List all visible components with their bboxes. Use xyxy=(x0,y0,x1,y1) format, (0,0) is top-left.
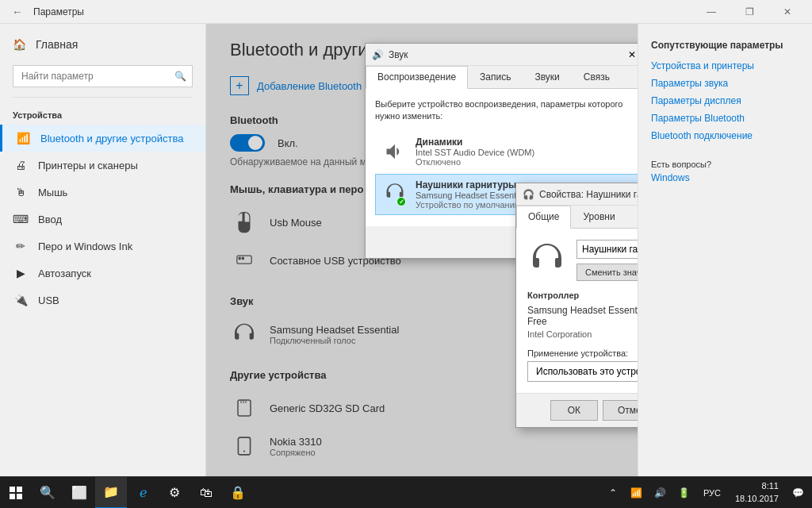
props-dialog-title-bar: 🎧 Свойства: Наушники гарнитуры ✕ xyxy=(516,183,638,206)
tray-battery[interactable]: 🔋 xyxy=(673,477,695,509)
props-top: Сменить значок xyxy=(527,240,638,281)
tab-sounds[interactable]: Звуки xyxy=(523,66,571,88)
sound-dialog-tabs: Воспроизведение Запись Звуки Связь xyxy=(366,66,638,89)
sound-dialog-title-bar: 🔊 Звук ✕ xyxy=(366,44,638,66)
sound-dialog-title: Звук xyxy=(389,49,621,60)
speaker-device-item[interactable]: Динамики Intel SST Audio Device (WDM) От… xyxy=(375,131,638,172)
sidebar-item-pen[interactable]: ✏ Перо и Windows Ink xyxy=(0,233,205,260)
bluetooth-icon: 📶 xyxy=(15,132,31,144)
usage-label: Применение устройства: xyxy=(527,348,638,358)
link-devices-printers[interactable]: Устройства и принтеры xyxy=(651,60,799,71)
controller-item: Samsung Headset Essential Hands-Free Сво… xyxy=(527,305,638,327)
sidebar-item-label-input: Ввод xyxy=(38,214,62,225)
change-icon-button[interactable]: Сменить значок xyxy=(576,264,638,281)
ok-button[interactable]: ОК xyxy=(550,400,598,421)
taskbar: 🔍 ⬜ 📁 ℯ ⚙ 🛍 🔒 ⌃ 📶 🔊 🔋 РУС 8:11 18.10.201… xyxy=(0,476,812,508)
sidebar-item-usb[interactable]: 🔌 USB xyxy=(0,287,205,314)
taskbar-settings[interactable]: ⚙ xyxy=(159,477,190,509)
minimize-button[interactable]: — xyxy=(693,0,730,24)
home-label: Главная xyxy=(36,38,78,51)
taskbar-explorer[interactable]: 📁 xyxy=(95,477,127,509)
sidebar-item-label-printers: Принтеры и сканеры xyxy=(38,160,138,171)
sidebar-item-label-bluetooth: Bluetooth и другие устройства xyxy=(40,133,183,144)
taskbar-clock[interactable]: 8:11 18.10.2017 xyxy=(729,480,785,505)
tray-notification[interactable]: 💬 xyxy=(787,477,809,509)
sidebar-item-label-pen: Перо и Windows Ink xyxy=(38,241,132,252)
pen-icon: ✏ xyxy=(13,240,29,252)
right-panel: Сопутствующие параметры Устройства и при… xyxy=(638,24,812,476)
maximize-button[interactable]: ❐ xyxy=(731,0,768,24)
cancel-button[interactable]: Отмена xyxy=(603,400,638,421)
speaker-device-icon xyxy=(382,139,408,164)
link-bluetooth-settings[interactable]: Параметры Bluetooth xyxy=(651,113,799,124)
usage-select-container: Использовать это устройство (вкл.) Не ис… xyxy=(527,361,638,382)
props-name-area: Сменить значок xyxy=(576,240,638,281)
taskbar-cortana[interactable]: ⬜ xyxy=(63,477,95,509)
sound-dialog-close[interactable]: ✕ xyxy=(621,44,638,65)
right-panel-title: Сопутствующие параметры xyxy=(651,40,799,51)
sidebar-item-input[interactable]: ⌨ Ввод xyxy=(0,206,205,233)
props-tab-general[interactable]: Общие xyxy=(516,206,571,229)
sidebar-item-bluetooth[interactable]: 📶 Bluetooth и другие устройства xyxy=(0,125,205,152)
props-tabs: Общие Уровни xyxy=(516,206,638,229)
props-tab-levels[interactable]: Уровни xyxy=(571,206,626,228)
start-button[interactable] xyxy=(0,477,32,509)
home-icon: 🏠 xyxy=(13,38,26,51)
main-content: Bluetooth и другие у... + Добавление Blu… xyxy=(206,24,638,476)
clock-date: 18.10.2017 xyxy=(735,493,779,505)
sidebar-section-label: Устройства xyxy=(0,101,205,125)
sidebar: 🏠 Главная 🔍 Устройства 📶 Bluetooth и дру… xyxy=(0,24,206,476)
search-container: 🔍 xyxy=(13,65,193,87)
taskbar-search[interactable]: 🔍 xyxy=(32,477,63,509)
speaker-sub: Intel SST Audio Device (WDM) xyxy=(416,148,534,157)
tray-chevron[interactable]: ⌃ xyxy=(602,477,624,509)
speaker-device-info: Динамики Intel SST Audio Device (WDM) От… xyxy=(416,137,534,167)
usb-icon: 🔌 xyxy=(13,294,29,306)
link-windows-help[interactable]: Windows xyxy=(651,172,799,183)
title-bar: ← Параметры — ❐ ✕ xyxy=(0,0,812,24)
link-sound-settings[interactable]: Параметры звука xyxy=(651,78,799,89)
props-footer: ОК Отмена Применить xyxy=(516,393,638,427)
props-dialog-title: Свойства: Наушники гарнитуры xyxy=(539,189,638,200)
taskbar-store[interactable]: 🛍 xyxy=(190,477,222,509)
search-input[interactable] xyxy=(13,65,193,87)
controller-section-label: Контроллер xyxy=(527,291,638,300)
props-dialog-icon: 🎧 xyxy=(523,189,534,200)
tab-playback[interactable]: Воспроизведение xyxy=(366,66,468,89)
printers-icon: 🖨 xyxy=(13,159,29,171)
autorun-icon: ▶ xyxy=(13,267,29,279)
taskbar-unknown[interactable]: 🔒 xyxy=(222,477,254,509)
tray-network[interactable]: 📶 xyxy=(626,477,648,509)
usage-select[interactable]: Использовать это устройство (вкл.) Не ис… xyxy=(527,361,638,382)
sidebar-separator xyxy=(13,97,193,98)
mouse-icon: 🖱 xyxy=(13,186,29,198)
search-icon: 🔍 xyxy=(174,71,186,82)
tab-communication[interactable]: Связь xyxy=(572,66,622,88)
tab-recording[interactable]: Запись xyxy=(468,66,523,88)
window-title: Параметры xyxy=(33,6,84,17)
sidebar-item-label-autorun: Автозапуск xyxy=(38,267,91,279)
controller-sub: Intel Corporation xyxy=(527,329,638,339)
sound-dialog-desc: Выберите устройство воспроизведения, пар… xyxy=(375,98,638,123)
language-button[interactable]: РУС xyxy=(697,488,727,498)
props-name-input[interactable] xyxy=(576,240,638,259)
link-bluetooth-conn[interactable]: Bluetooth подключение xyxy=(651,130,799,141)
question-text: Есть вопросы? xyxy=(651,160,799,169)
sidebar-home[interactable]: 🏠 Главная xyxy=(0,30,205,59)
sidebar-item-autorun[interactable]: ▶ Автозапуск xyxy=(0,260,205,287)
taskbar-tray: ⌃ 📶 🔊 🔋 xyxy=(602,477,695,509)
props-body: Сменить значок Контроллер Samsung Headse… xyxy=(516,229,638,393)
tray-volume[interactable]: 🔊 xyxy=(649,477,672,509)
sidebar-item-label-usb: USB xyxy=(38,294,59,306)
input-icon: ⌨ xyxy=(13,213,29,225)
speaker-name: Динамики xyxy=(416,137,534,148)
taskbar-right: ⌃ 📶 🔊 🔋 РУС 8:11 18.10.2017 💬 xyxy=(602,477,812,509)
sidebar-item-printers[interactable]: 🖨 Принтеры и сканеры xyxy=(0,152,205,179)
sidebar-item-mouse[interactable]: 🖱 Мышь xyxy=(0,179,205,206)
taskbar-edge[interactable]: ℯ xyxy=(127,477,159,509)
back-button[interactable]: ← xyxy=(6,1,29,23)
clock-time: 8:11 xyxy=(735,480,779,492)
close-button[interactable]: ✕ xyxy=(769,0,806,24)
content-area: 🏠 Главная 🔍 Устройства 📶 Bluetooth и дру… xyxy=(0,24,812,476)
link-display-settings[interactable]: Параметры дисплея xyxy=(651,95,799,106)
